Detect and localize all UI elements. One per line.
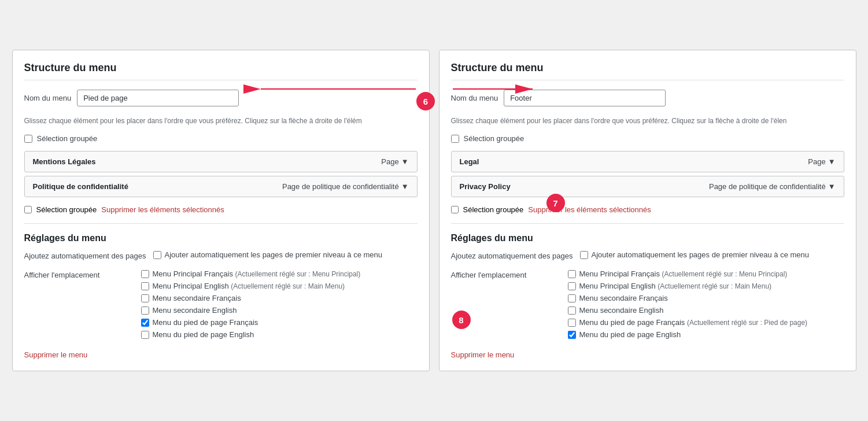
right-loc-4: Menu du pied de page Français (Actuellem… bbox=[568, 318, 844, 327]
right-top-selection-groupee-label: Sélection groupée bbox=[464, 134, 525, 143]
right-supprimer-menu-link[interactable]: Supprimer le menu bbox=[451, 350, 515, 359]
left-loc-2-checkbox[interactable] bbox=[141, 294, 149, 302]
right-item-privacy-name: Privacy Policy bbox=[460, 182, 511, 191]
left-loc-3-label: Menu secondaire English bbox=[153, 306, 237, 315]
right-menu-items-list: Legal Page ▼ Privacy Policy Page de poli… bbox=[451, 151, 844, 197]
right-afficher-emplacement-label: Afficher l'emplacement bbox=[451, 269, 561, 279]
left-item-politique-chevron-icon[interactable]: ▼ bbox=[401, 182, 409, 191]
right-auto-pages-content: Ajouter automatiquement les pages de pre… bbox=[580, 250, 844, 263]
right-menu-name-input[interactable] bbox=[504, 90, 666, 106]
left-panel-title: Structure du menu bbox=[24, 62, 418, 80]
right-loc-3-checkbox[interactable] bbox=[568, 306, 576, 315]
left-menu-items-list: Mentions Légales Page ▼ Politique de con… bbox=[24, 151, 418, 197]
left-locations-content: Menu Principal Français (Actuellement ré… bbox=[141, 269, 418, 342]
right-divider bbox=[451, 223, 844, 224]
right-loc-0-label: Menu Principal Français (Actuellement ré… bbox=[579, 269, 788, 278]
left-auto-pages-checkbox[interactable] bbox=[153, 251, 161, 259]
left-loc-4: Menu du pied de page Français bbox=[141, 318, 418, 327]
left-nom-du-menu-label: Nom du menu bbox=[24, 94, 72, 102]
right-item-privacy-type: Page de politique de confidentialité ▼ bbox=[709, 182, 836, 191]
right-top-selection-groupee-checkbox[interactable] bbox=[451, 135, 459, 143]
right-loc-0: Menu Principal Français (Actuellement ré… bbox=[568, 269, 844, 278]
right-loc-1-label: Menu Principal English (Actuellement rég… bbox=[579, 282, 772, 290]
left-loc-0-checkbox[interactable] bbox=[141, 270, 149, 278]
left-loc-4-label: Menu du pied de page Français bbox=[153, 318, 258, 327]
left-item-politique-type: Page de politique de confidentialité ▼ bbox=[282, 182, 409, 191]
right-loc-1-checkbox[interactable] bbox=[568, 282, 576, 290]
right-item-legal-type: Page ▼ bbox=[808, 157, 835, 166]
left-divider bbox=[24, 223, 418, 224]
left-loc-1: Menu Principal English (Actuellement rég… bbox=[141, 282, 418, 290]
left-auto-pages-checkbox-item: Ajouter automatiquement les pages de pre… bbox=[153, 250, 418, 259]
right-loc-2-label: Menu secondaire Français bbox=[579, 294, 668, 302]
left-item-mentions-type: Page ▼ bbox=[381, 157, 408, 166]
right-auto-pages-checkbox-label: Ajouter automatiquement les pages de pre… bbox=[592, 250, 810, 259]
left-item-politique-type-label: Page de politique de confidentialité bbox=[282, 182, 399, 191]
right-loc-5: Menu du pied de page English bbox=[568, 330, 844, 339]
right-supprimer-selected-link[interactable]: Supprimer les éléments sélectionnés bbox=[528, 205, 651, 214]
right-loc-0-checkbox[interactable] bbox=[568, 270, 576, 278]
right-bottom-selection-groupee-label: Sélection groupée bbox=[463, 205, 524, 214]
left-bottom-selection-groupee-checkbox[interactable] bbox=[24, 206, 32, 213]
left-loc-4-checkbox[interactable] bbox=[141, 319, 149, 327]
left-menu-name-input[interactable] bbox=[77, 90, 239, 106]
left-item-politique-name: Politique de confidentialité bbox=[33, 182, 128, 191]
right-auto-pages-checkbox-item: Ajouter automatiquement les pages de pre… bbox=[580, 250, 844, 259]
left-item-mentions-type-label: Page bbox=[381, 157, 398, 166]
right-item-privacy-chevron-icon[interactable]: ▼ bbox=[828, 182, 836, 191]
right-loc-4-label: Menu du pied de page Français (Actuellem… bbox=[579, 318, 808, 327]
left-menu-item-politique: Politique de confidentialité Page de pol… bbox=[24, 176, 418, 197]
right-description: Glissez chaque élément pour les placer d… bbox=[451, 116, 844, 126]
right-loc-5-checkbox[interactable] bbox=[568, 331, 576, 339]
left-loc-1-checkbox[interactable] bbox=[141, 282, 149, 290]
left-bottom-selection-row: Sélection groupée Supprimer les éléments… bbox=[24, 205, 418, 214]
left-auto-pages-checkbox-label: Ajouter automatiquement les pages de pre… bbox=[165, 250, 383, 259]
left-menu-name-row: Nom du menu bbox=[24, 90, 418, 106]
left-loc-2-label: Menu secondaire Français bbox=[153, 294, 241, 302]
right-auto-pages-label: Ajoutez automatiquement des pages bbox=[451, 250, 573, 260]
left-loc-5-label: Menu du pied de page English bbox=[153, 330, 254, 339]
left-bottom-selection-groupee-label: Sélection groupée bbox=[36, 205, 97, 214]
right-menu-item-privacy: Privacy Policy Page de politique de conf… bbox=[451, 176, 844, 197]
left-top-selection-groupee-label: Sélection groupée bbox=[37, 134, 98, 143]
left-loc-0: Menu Principal Français (Actuellement ré… bbox=[141, 269, 418, 278]
left-auto-pages-label: Ajoutez automatiquement des pages bbox=[24, 250, 146, 260]
right-loc-0-note: (Actuellement réglé sur : Menu Principal… bbox=[662, 270, 788, 278]
left-description: Glissez chaque élément pour les placer d… bbox=[24, 116, 418, 126]
left-loc-1-note: (Actuellement réglé sur : Main Menu) bbox=[231, 282, 345, 290]
left-top-selection-groupee-row: Sélection groupée bbox=[24, 134, 418, 143]
left-loc-0-note: (Actuellement réglé sur : Menu Principal… bbox=[235, 270, 361, 278]
right-afficher-emplacement-row: Afficher l'emplacement Menu Principal Fr… bbox=[451, 269, 844, 342]
right-panel-title: Structure du menu bbox=[451, 62, 844, 80]
left-item-mentions-chevron-icon[interactable]: ▼ bbox=[401, 157, 409, 166]
left-loc-3-checkbox[interactable] bbox=[141, 306, 149, 315]
left-delete-menu-row: Supprimer le menu bbox=[24, 350, 418, 359]
right-top-selection-groupee-row: Sélection groupée bbox=[451, 134, 844, 143]
right-loc-4-checkbox[interactable] bbox=[568, 319, 576, 327]
right-panel: Structure du menu Nom du menu Glissez ch… bbox=[439, 50, 856, 371]
right-item-privacy-type-label: Page de politique de confidentialité bbox=[709, 182, 826, 191]
right-auto-pages-checkbox[interactable] bbox=[580, 251, 588, 259]
left-top-selection-groupee-checkbox[interactable] bbox=[24, 135, 32, 143]
right-delete-menu-row: Supprimer le menu bbox=[451, 350, 844, 359]
right-loc-2-checkbox[interactable] bbox=[568, 294, 576, 302]
left-afficher-emplacement-label: Afficher l'emplacement bbox=[24, 269, 134, 279]
right-bottom-selection-groupee-checkbox[interactable] bbox=[451, 206, 459, 213]
right-item-legal-type-label: Page bbox=[808, 157, 825, 166]
left-supprimer-selected-link[interactable]: Supprimer les éléments sélectionnés bbox=[101, 205, 224, 214]
right-loc-1-note: (Actuellement réglé sur : Main Menu) bbox=[658, 282, 771, 290]
right-reglages-title: Réglages du menu bbox=[451, 233, 844, 243]
right-item-legal-chevron-icon[interactable]: ▼ bbox=[828, 157, 836, 166]
left-item-mentions-name: Mentions Légales bbox=[33, 157, 96, 166]
right-auto-pages-row: Ajoutez automatiquement des pages Ajoute… bbox=[451, 250, 844, 263]
left-supprimer-menu-link[interactable]: Supprimer le menu bbox=[24, 350, 88, 359]
right-nom-du-menu-label: Nom du menu bbox=[451, 94, 498, 102]
right-loc-3-label: Menu secondaire English bbox=[579, 306, 664, 315]
page-wrapper: Structure du menu Nom du menu Glissez ch… bbox=[12, 50, 856, 371]
left-panel: Structure du menu Nom du menu Glissez ch… bbox=[12, 50, 430, 371]
left-loc-5-checkbox[interactable] bbox=[141, 331, 149, 339]
right-menu-name-row: Nom du menu bbox=[451, 90, 844, 106]
right-menu-item-legal: Legal Page ▼ bbox=[451, 151, 844, 172]
right-locations-content: Menu Principal Français (Actuellement ré… bbox=[568, 269, 844, 342]
left-loc-5: Menu du pied de page English bbox=[141, 330, 418, 339]
